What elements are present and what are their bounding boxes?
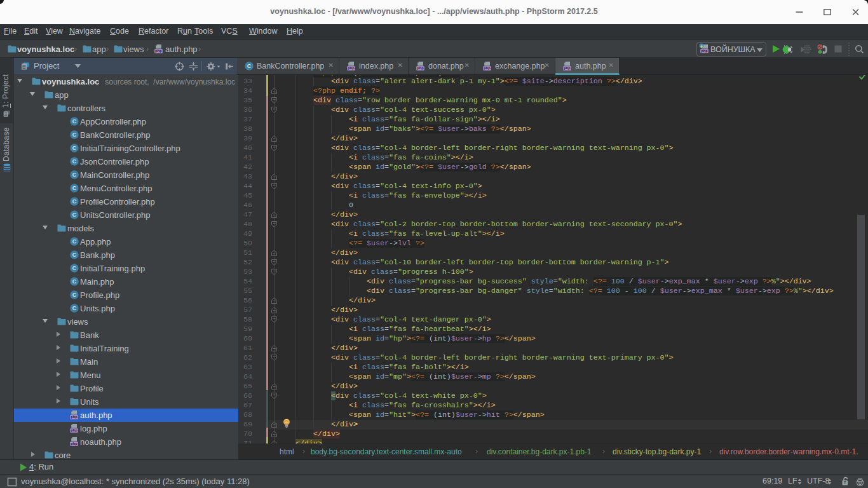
svg-text:C: C: [72, 292, 77, 298]
svg-text:C: C: [72, 278, 77, 285]
svg-text:php: php: [348, 66, 355, 70]
svg-text:C: C: [72, 145, 77, 151]
svg-text:php: php: [71, 442, 78, 445]
svg-text:php: php: [484, 66, 491, 70]
svg-text:C: C: [72, 252, 77, 258]
svg-text:C: C: [72, 172, 77, 178]
svg-text:C: C: [72, 238, 77, 245]
svg-text:C: C: [72, 185, 77, 191]
svg-text:C: C: [72, 265, 77, 271]
svg-text:C: C: [247, 63, 252, 69]
svg-text:C: C: [72, 118, 77, 125]
svg-text:C: C: [72, 198, 77, 205]
svg-text:C: C: [72, 212, 77, 218]
svg-text:php: php: [564, 66, 571, 70]
svg-text:C: C: [72, 132, 77, 138]
svg-text:C: C: [72, 158, 77, 165]
svg-text:php: php: [702, 49, 709, 53]
svg-text:php: php: [71, 415, 78, 419]
svg-text:php: php: [417, 66, 424, 70]
svg-text:php: php: [155, 49, 162, 53]
svg-text:php: php: [71, 428, 78, 432]
svg-text:C: C: [72, 305, 77, 311]
svg-text:T: T: [844, 480, 846, 485]
